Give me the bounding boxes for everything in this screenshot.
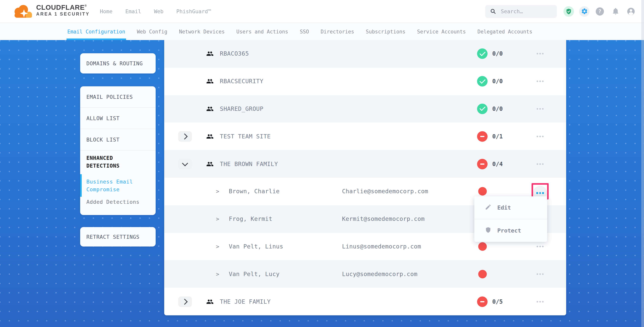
context-menu-item-protect[interactable]: Protect <box>474 219 547 242</box>
security-status-button[interactable] <box>564 6 574 16</box>
group-name: RBACSECURITY <box>220 78 264 85</box>
group-name: SHARED_GROUP <box>220 105 264 112</box>
ellipsis-icon <box>536 192 544 194</box>
group-name: TEST TEAM SITE <box>220 133 271 140</box>
sidebar-item-label: Added Detections <box>86 199 140 205</box>
shield-icon <box>485 227 492 235</box>
table-row-shared-group: SHARED_GROUP0/0 <box>164 95 566 123</box>
header-icon-group: ? <box>564 6 636 16</box>
tab-subscriptions[interactable]: Subscriptions <box>366 23 406 40</box>
status-dot-unprotected <box>478 187 487 196</box>
sidebar-item-label: Business Email Compromise <box>86 178 145 193</box>
member-email: Lucy@somedemocorp.com <box>342 271 418 278</box>
row-menu-button[interactable] <box>532 294 549 309</box>
check-icon <box>479 78 485 84</box>
sidebar-card-1: DOMAINS & ROUTING <box>80 53 156 73</box>
row-menu-button[interactable] <box>532 101 549 117</box>
sidebar-item-retract-settings[interactable]: RETRACT SETTINGS <box>80 227 156 247</box>
top-header: CLOUDFLARE® AREA 1 SECURITY HomeEmailWeb… <box>0 0 644 22</box>
ellipsis-icon <box>536 53 544 55</box>
tab-users-and-actions[interactable]: Users and Actions <box>236 23 288 40</box>
check-icon <box>479 105 485 111</box>
protection-count: 0/5 <box>492 298 503 305</box>
protection-count: 0/0 <box>492 50 503 57</box>
nav-link-home[interactable]: Home <box>100 8 112 14</box>
bell-icon <box>612 7 619 15</box>
tab-email-configuration[interactable]: Email Configuration <box>67 23 125 40</box>
row-menu-button[interactable] <box>532 129 549 144</box>
tab-delegated-accounts[interactable]: Delegated Accounts <box>478 23 532 40</box>
tab-service-accounts[interactable]: Service Accounts <box>417 23 466 40</box>
minus-icon <box>480 136 484 137</box>
group-name: THE JOE FAMILY <box>220 298 271 305</box>
scrollbar[interactable] <box>641 0 644 327</box>
nav-link-web[interactable]: Web <box>154 8 164 14</box>
registered-mark: ® <box>85 4 87 7</box>
row-menu-button[interactable] <box>532 266 549 282</box>
status-dot-unprotected <box>478 242 487 251</box>
search-input[interactable] <box>500 8 548 15</box>
ellipsis-icon <box>536 108 544 110</box>
brand-wordmark: CLOUDFLARE® AREA 1 SECURITY <box>36 3 90 17</box>
cloudflare-logo[interactable]: CLOUDFLARE® AREA 1 SECURITY <box>13 3 90 19</box>
help-button[interactable]: ? <box>594 6 605 16</box>
expand-toggle[interactable] <box>178 296 192 307</box>
sidebar-item-email-policies[interactable]: EMAIL POLICIES <box>80 86 156 107</box>
sidebar-item-allow-list[interactable]: ALLOW LIST <box>80 108 156 129</box>
secondary-nav: Email ConfigurationWeb ConfigNetwork Dev… <box>0 22 644 40</box>
primary-nav: HomeEmailWebPhishGuard™ <box>100 8 211 14</box>
tab-web-config[interactable]: Web Config <box>137 23 167 40</box>
protection-count: 0/0 <box>492 78 503 85</box>
expand-toggle[interactable] <box>178 131 192 142</box>
notifications-button[interactable] <box>610 6 621 16</box>
group-icon <box>206 160 214 168</box>
sidebar-item-label: ENHANCED DETECTIONS <box>86 154 141 170</box>
sidebar-item-label: DOMAINS & ROUTING <box>86 60 143 66</box>
sidebar-item-label: RETRACT SETTINGS <box>86 234 140 240</box>
chevron-down-icon <box>182 160 188 166</box>
pencil-icon <box>485 204 492 212</box>
row-menu-button[interactable] <box>532 73 549 89</box>
nav-link-email[interactable]: Email <box>125 8 141 14</box>
context-menu: EditProtect <box>474 196 547 242</box>
shield-check-icon <box>566 8 572 14</box>
sidebar-item-label: BLOCK LIST <box>86 136 120 143</box>
sidebar-item-added-detections[interactable]: Added Detections <box>80 198 156 215</box>
sidebar-item-label: ALLOW LIST <box>86 115 120 121</box>
expand-toggle[interactable] <box>178 159 192 169</box>
group-icon <box>206 298 214 305</box>
tab-directories[interactable]: Directories <box>321 23 354 40</box>
status-blocked-badge <box>477 159 488 169</box>
brand-name: CLOUDFLARE® <box>36 3 90 11</box>
sidebar-item-domains-routing[interactable]: DOMAINS & ROUTING <box>80 53 156 73</box>
area1-security-app: CLOUDFLARE® AREA 1 SECURITY HomeEmailWeb… <box>0 0 644 327</box>
context-menu-item-edit[interactable]: Edit <box>474 196 547 219</box>
account-button[interactable] <box>626 6 636 16</box>
member-email: Linus@somedemocorp.com <box>342 243 421 250</box>
status-ok-badge <box>477 76 488 86</box>
row-menu-button[interactable] <box>532 46 549 62</box>
sidebar-item-label: EMAIL POLICIES <box>86 94 133 100</box>
tab-network-devices[interactable]: Network Devices <box>179 23 225 40</box>
search-box[interactable] <box>485 5 557 18</box>
groups-table: RBACO3650/0RBACSECURITY0/0SHARED_GROUP0/… <box>164 40 566 315</box>
sidebar-item-block-list[interactable]: BLOCK LIST <box>80 129 156 150</box>
ellipsis-icon <box>536 80 544 82</box>
group-icon <box>206 133 214 140</box>
question-icon: ? <box>596 7 604 15</box>
status-blocked-badge <box>477 131 488 142</box>
sidebar-item-business-email-compromise[interactable]: Business Email Compromise <box>80 173 156 198</box>
row-menu-button[interactable] <box>532 156 549 172</box>
nav-link-phishguard[interactable]: PhishGuard™ <box>176 8 211 14</box>
tab-sso[interactable]: SSO <box>300 23 309 40</box>
table-row-van-pelt-lucy: >Van Pelt, LucyLucy@somedemocorp.com <box>164 260 566 288</box>
settings-button[interactable] <box>579 6 590 16</box>
context-menu-label: Edit <box>497 205 511 211</box>
table-row-the-brown-family: THE BROWN FAMILY0/4 <box>164 150 566 178</box>
group-icon <box>206 105 214 113</box>
protection-count: 0/4 <box>492 160 503 167</box>
group-icon <box>206 78 214 85</box>
ellipsis-icon <box>536 273 544 275</box>
chevron-right-icon <box>181 133 187 139</box>
check-icon <box>479 50 485 56</box>
